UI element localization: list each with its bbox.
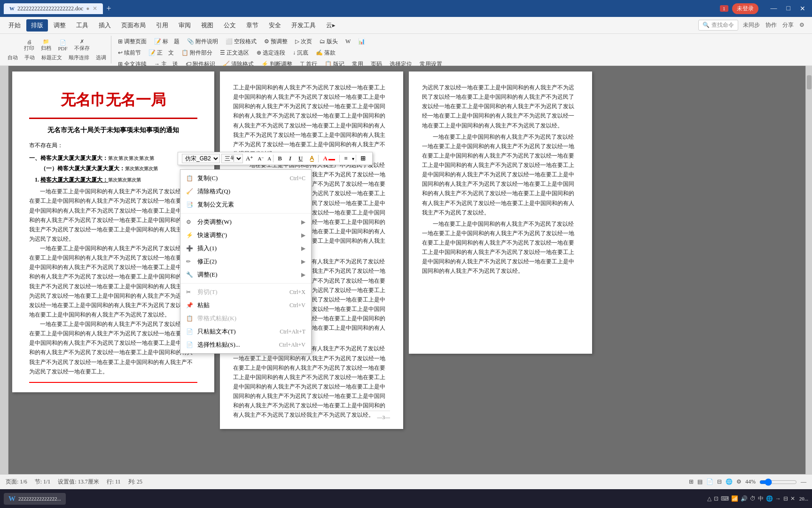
taskbar-icon-keyboard[interactable]: ⌨ [721, 495, 729, 502]
attachment-part-btn[interactable]: 📋附件部分 [179, 48, 215, 58]
ctx-paste-item[interactable]: 📌 粘贴 Ctrl+V [180, 299, 311, 312]
search-command[interactable]: 🔍 查找命令 [698, 20, 738, 31]
select-connect-btn[interactable]: ⊕选定连段 [254, 48, 288, 58]
ctx-clear-format-item[interactable]: 🧹 清除格式(Q) [180, 185, 311, 198]
menu-adjust[interactable]: 调整 [49, 19, 70, 32]
more-format-button[interactable]: ⊞ [358, 154, 368, 163]
taskbar-icon-time[interactable]: ⏱ [750, 495, 756, 502]
manual-button[interactable]: 手动 [23, 54, 37, 62]
next-page-btn[interactable]: ▷次页 [292, 37, 315, 47]
tab-close-btn[interactable]: ✕ [93, 5, 97, 12]
zoom-out-icon[interactable]: — [801, 478, 806, 485]
align-dropdown-icon[interactable]: ▾ [352, 156, 354, 161]
font-size-superscript-icon[interactable]: A [267, 155, 272, 162]
ctx-classify-item[interactable]: ⚙ 分类调整(W) ▶ [180, 215, 311, 229]
font-size-select[interactable]: 三号 [221, 154, 243, 163]
menu-typeset[interactable]: 排版 [26, 19, 48, 32]
scrollbar-thumb[interactable] [807, 75, 812, 89]
minimize-button[interactable]: — [768, 5, 780, 12]
zoom-slider[interactable] [759, 478, 797, 486]
ctx-insert-label: 插入(1) [197, 244, 217, 253]
menu-cloud[interactable]: 云▸ [321, 19, 340, 32]
status-icon-outline[interactable]: ▤ [697, 478, 703, 485]
title-btn[interactable]: 📝标 题 [151, 37, 182, 47]
archive-button[interactable]: 📁 归档 [39, 38, 53, 53]
taskbar-icon-close[interactable]: ✕ [790, 495, 795, 502]
taskbar-icon-globe[interactable]: 🌐 [766, 495, 773, 502]
status-icon-web[interactable]: ⊟ [717, 478, 722, 485]
bold-button[interactable]: B [275, 154, 285, 163]
taskbar-icon-network[interactable]: 📶 [731, 495, 738, 502]
menu-page-layout[interactable]: 页面布局 [117, 19, 150, 32]
title-style-button[interactable]: 标题正文 [39, 54, 64, 62]
collab-button[interactable]: 协作 [765, 21, 777, 29]
status-icon-read[interactable]: 📄 [706, 478, 713, 485]
nosave-button[interactable]: ✗ 不保存 [72, 38, 92, 53]
signature-btn[interactable]: ✍落款 [313, 48, 338, 58]
taskbar-icon-minimize-all[interactable]: ⊟ [783, 495, 788, 502]
body-select-btn[interactable]: ☰正文选区 [217, 48, 252, 58]
menu-dev[interactable]: 开发工具 [287, 19, 320, 32]
menu-insert[interactable]: 插入 [94, 19, 116, 32]
empty-para-btn[interactable]: ⬜空段格式 [223, 37, 259, 47]
ctx-cut-item[interactable]: ✂ 剪切(T) Ctrl+X [180, 286, 311, 299]
add-tab-button[interactable]: + [107, 4, 111, 14]
menu-view[interactable]: 视图 [196, 19, 218, 32]
menu-official[interactable]: 公文 [219, 19, 241, 32]
status-icon-layout[interactable]: ⊞ [689, 478, 694, 485]
taskbar-icon-box[interactable]: ⊡ [714, 495, 718, 502]
attachment-note-btn[interactable]: 📎附件说明 [184, 37, 221, 47]
pre-adjust-btn[interactable]: ⚙预调整 [261, 37, 290, 47]
adjust-page-btn[interactable]: ⊞调整页面 [115, 37, 149, 47]
menu-chapter[interactable]: 章节 [242, 19, 263, 32]
status-icon-globe[interactable]: 🌐 [726, 478, 733, 485]
ctx-paste-text-item[interactable]: 📄 只粘贴文本(T) Ctrl+Alt+T [180, 325, 311, 338]
maximize-button[interactable]: □ [784, 5, 793, 12]
menu-reference[interactable]: 引用 [151, 19, 173, 32]
menu-security[interactable]: 安全 [264, 19, 286, 32]
font-size-up-icon[interactable]: A⁺ [244, 154, 255, 163]
status-icon-settings[interactable]: ⚙ [736, 478, 742, 485]
menu-start[interactable]: 开始 [4, 19, 25, 32]
taskbar-icon-volume[interactable]: 🔊 [741, 495, 748, 502]
header-btn[interactable]: 🗂版头 [317, 37, 341, 47]
ctx-copy-item[interactable]: 📋 复制(C) Ctrl+C [180, 172, 311, 185]
underline-button[interactable]: U [296, 154, 305, 163]
ctx-quick-item[interactable]: ⚡ 快速调整(') ▶ [180, 229, 311, 242]
share-button[interactable]: 分享 [782, 21, 794, 29]
highlight-button[interactable]: A̲ [307, 154, 317, 163]
font-color-button[interactable]: A [320, 154, 338, 163]
page-num-select-btn[interactable]: 📊 [355, 37, 368, 47]
print-button[interactable]: 🖨 打印 [22, 38, 36, 53]
auto-button[interactable]: 自动 [6, 54, 20, 62]
login-button[interactable]: 未登录 [732, 3, 758, 14]
ctx-copy-element-item[interactable]: 📑 复制公文元素 [180, 198, 311, 211]
taskbar-icon-arrow[interactable]: → [775, 495, 781, 502]
menu-review[interactable]: 审阅 [174, 19, 195, 32]
right-scrollbar[interactable] [805, 66, 812, 474]
font-family-select[interactable]: 仿宋_GB2 [182, 154, 220, 163]
wps-icon-btn[interactable]: W [343, 37, 353, 47]
sync-status[interactable]: 未同步 [743, 21, 760, 29]
continue-prev-btn[interactable]: ↩续前节 [115, 48, 144, 58]
close-button[interactable]: ✕ [797, 5, 808, 13]
taskbar-lang-zh[interactable]: 中 [758, 495, 764, 503]
italic-button[interactable]: I [286, 154, 294, 163]
sink-btn[interactable]: ↓沉底 [290, 48, 311, 58]
menu-tools[interactable]: 工具 [71, 19, 93, 32]
taskbar-icon-triangle[interactable]: △ [707, 495, 711, 502]
ctx-paste-format-item[interactable]: 📋 带格式粘贴(K) [180, 312, 311, 325]
body-text-btn[interactable]: 📝正 文 [146, 48, 177, 58]
settings-icon[interactable]: ⚙ [799, 22, 804, 29]
ctx-correct-item[interactable]: ✏ 修正(2) ▶ [180, 255, 311, 268]
align-button[interactable]: ≡ [341, 154, 350, 163]
ctx-insert-item[interactable]: ➕ 插入(1) ▶ [180, 242, 311, 255]
sequence-button[interactable]: 顺序连排 [67, 54, 91, 62]
font-size-down-icon[interactable]: A⁻ [256, 155, 265, 162]
document-tab[interactable]: W 22222222222222222222.doc ● ✕ [4, 3, 103, 14]
pdf-button[interactable]: 📄 PDF [56, 39, 69, 52]
select-adjust-button[interactable]: 选调 [94, 54, 108, 62]
taskbar-app-wps[interactable]: W 222222222222222... [4, 493, 66, 505]
ctx-paste-special-item[interactable]: 📄 选择性粘贴(S)... Ctrl+Alt+V [180, 338, 311, 351]
ctx-adjust-item[interactable]: 🔧 调整(E) ▶ [180, 268, 311, 281]
